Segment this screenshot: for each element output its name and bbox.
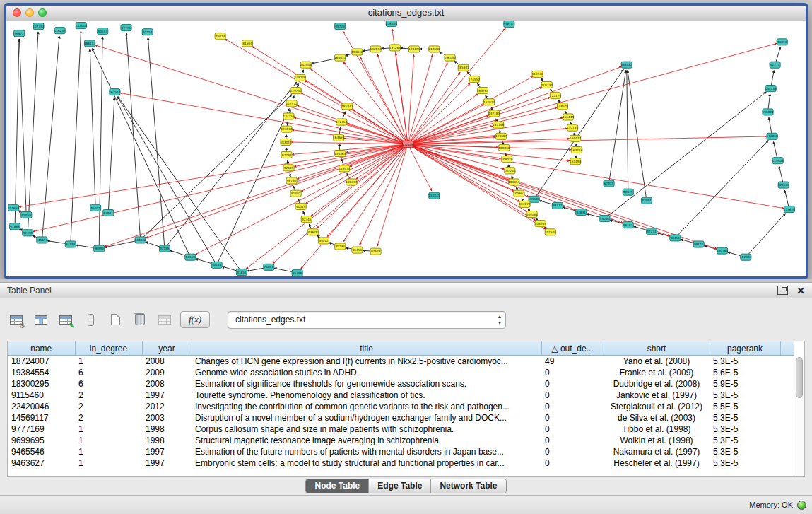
graph-node[interactable]: 148503 [557,103,568,110]
table-selector-dropdown[interactable]: citations_edges.txt ▴▾ [228,311,506,329]
graph-edge[interactable] [408,55,414,144]
graph-node[interactable]: 172406 [402,141,413,147]
graph-node[interactable]: 127610 [784,206,795,212]
graph-node[interactable]: 92774 [770,62,780,68]
graph-edge[interactable] [28,32,38,233]
graph-node[interactable]: 196021 [762,109,773,115]
graph-node[interactable]: 163218 [571,146,582,153]
graph-edge[interactable] [408,87,541,144]
graph-node[interactable]: 123870 [281,126,292,132]
graph-node[interactable]: 91053 [777,39,787,45]
graph-node[interactable]: 119734 [541,81,553,88]
column-header-pagerank[interactable]: pagerank [710,341,780,356]
tab-node-table[interactable]: Node Table [306,479,368,493]
create-column-button[interactable]: ✎ [57,310,75,329]
graph-node[interactable]: 99121 [693,241,704,247]
graph-edge[interactable] [92,49,190,257]
graph-node[interactable]: 91154 [142,29,153,35]
graph-node[interactable]: 94012 [318,238,329,244]
table-row[interactable]: 1872400712008Changes of HCN gene express… [8,356,794,368]
table-row[interactable]: 946362711997Embryonic stem cells: a mode… [8,457,794,469]
graph-node[interactable]: 97678 [370,248,381,255]
graph-edge[interactable] [311,144,408,216]
graph-node[interactable]: 112548 [532,71,543,77]
graph-node[interactable]: 103295 [535,221,546,227]
graph-node[interactable]: 93594 [641,197,652,204]
graph-edge[interactable] [408,144,546,229]
graph-node[interactable]: 76054 [264,264,274,270]
graph-edge[interactable] [408,77,533,144]
graph-node[interactable]: 91868 [10,223,20,230]
graph-edge[interactable] [108,98,114,213]
graph-node[interactable]: 263510 [109,89,120,95]
graph-edge[interactable] [408,54,433,144]
graph-node[interactable]: 97771 [121,25,131,31]
float-panel-icon[interactable] [777,286,788,295]
network-canvas[interactable]: 1724069697210735311623718301094653977719… [6,21,806,276]
graph-node[interactable]: 102334 [740,254,751,260]
graph-edge[interactable] [120,93,408,144]
graph-node[interactable]: 90575 [623,189,633,195]
graph-node[interactable]: 95723 [335,23,346,30]
graph-edge[interactable] [628,71,647,201]
graph-edge[interactable] [604,92,766,218]
graph-node[interactable]: 166482 [621,62,632,68]
window-titlebar[interactable]: citations_edges.txt [6,6,806,21]
column-header-year[interactable]: year [142,341,192,356]
graph-node[interactable]: 116237 [54,28,66,34]
graph-node[interactable]: 131264 [389,45,401,51]
graph-node[interactable]: 95234 [335,243,346,250]
graph-node[interactable]: 157751 [567,124,578,131]
column-header-name[interactable]: name [8,341,75,356]
graph-node[interactable]: 92450 [23,230,33,236]
graph-edge[interactable] [675,141,768,238]
graph-node[interactable]: 152974 [483,99,495,105]
graph-node[interactable]: 145691 [36,237,47,243]
graph-node[interactable]: 164631 [334,54,346,61]
graph-node[interactable]: 120607 [495,133,507,139]
graph-node[interactable]: 106451 [508,179,519,185]
minimize-window-button[interactable] [25,8,34,17]
graph-edge[interactable] [252,47,408,144]
graph-node[interactable]: 90114 [211,262,222,268]
graph-edge[interactable] [301,93,408,144]
graph-node[interactable]: 95260 [599,216,610,222]
graph-node[interactable]: 818104 [386,21,397,27]
graph-edge[interactable] [225,39,408,144]
graph-node[interactable]: 98455 [670,235,681,241]
graph-node[interactable]: 96456 [352,247,363,253]
graph-node[interactable]: 100763 [717,247,728,254]
graph-edge[interactable] [746,214,785,257]
graph-node[interactable]: 188113 [84,40,95,47]
graph-node[interactable]: 96972 [14,30,25,37]
graph-node[interactable]: 97738 [281,152,292,158]
graph-node[interactable]: 145471 [339,165,350,172]
graph-edge[interactable] [95,45,408,144]
tab-network-table[interactable]: Network Table [430,479,505,493]
graph-node[interactable]: 92186 [159,245,170,252]
graph-node[interactable]: 95059 [21,211,32,218]
new-document-button[interactable] [106,310,124,329]
graph-node[interactable]: 76399 [292,269,302,276]
graph-node[interactable]: 218107 [503,21,514,28]
graph-node[interactable]: 120475 [408,46,420,52]
graph-node[interactable]: 91851 [236,269,247,275]
graph-edge[interactable] [408,136,766,144]
column-header-title[interactable]: title [192,341,541,356]
graph-node[interactable]: 107353 [33,23,44,30]
graph-edge[interactable] [42,36,59,240]
graph-node[interactable]: 153842 [351,49,363,55]
graph-node[interactable]: 172753 [336,119,347,125]
column-header-short[interactable]: short [604,341,710,356]
table-settings-button[interactable]: ⚙ [7,310,25,329]
graph-node[interactable]: 109818 [498,144,510,151]
graph-node[interactable]: 94550 [185,254,196,260]
graph-edge[interactable] [19,39,26,215]
graph-node[interactable]: 104873 [519,201,530,207]
graph-edge[interactable] [105,144,408,247]
graph-edge[interactable] [293,130,408,144]
graph-node[interactable]: 251660 [8,204,19,211]
graph-node[interactable]: 108029 [501,156,512,163]
graph-node[interactable]: 93678 [307,229,318,235]
graph-node[interactable]: 165493 [570,158,581,165]
